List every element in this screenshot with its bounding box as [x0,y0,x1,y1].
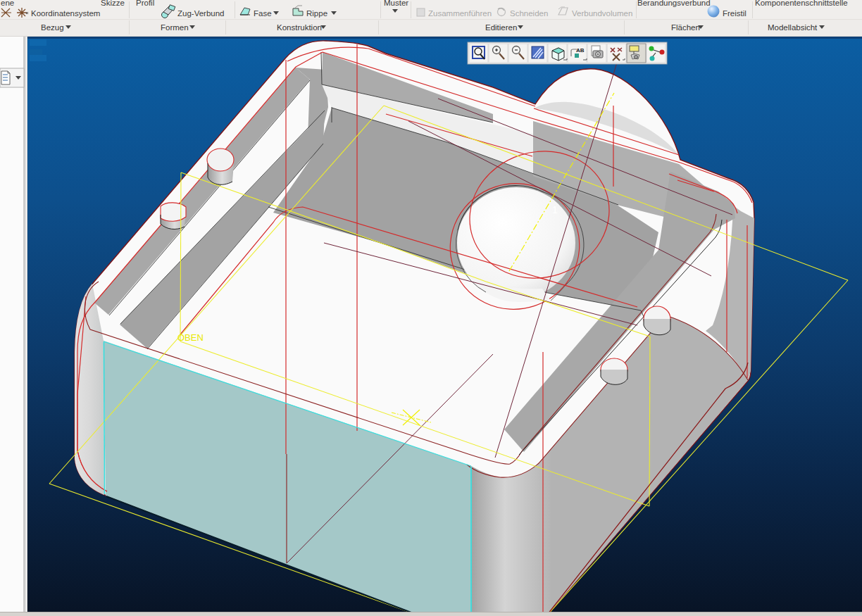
svg-text:OBEN: OBEN [177,332,204,343]
svg-text:Zug-Verbund: Zug-Verbund [177,9,225,18]
svg-text:Koordinatensystem: Koordinatensystem [31,9,100,18]
svg-text:Muster: Muster [384,0,408,7]
svg-text:Flächen: Flächen [671,23,700,32]
svg-text:Formen: Formen [161,23,189,32]
svg-text:ene: ene [1,0,14,7]
svg-text:Skizze: Skizze [101,0,125,7]
svg-text:AB: AB [576,47,585,54]
svg-text:1: 1 [552,204,558,215]
svg-text:Rippe: Rippe [306,9,327,18]
svg-text:Verbundvolumen: Verbundvolumen [572,9,632,18]
svg-text:Freistil: Freistil [723,9,747,18]
svg-text:Zusammenführen: Zusammenführen [428,9,492,18]
svg-text:Profil: Profil [136,0,154,7]
svg-text:Konstruktion: Konstruktion [277,23,322,32]
svg-text:Berandungsverbund: Berandungsverbund [637,0,711,7]
svg-text:Schneiden: Schneiden [510,9,548,18]
svg-text:Bezug: Bezug [41,23,64,32]
svg-text:Editieren: Editieren [485,23,517,32]
svg-text:Fase: Fase [254,9,272,18]
svg-text:Modellabsicht: Modellabsicht [768,23,818,32]
svg-text:Komponentenschnittstelle: Komponentenschnittstelle [755,0,848,7]
